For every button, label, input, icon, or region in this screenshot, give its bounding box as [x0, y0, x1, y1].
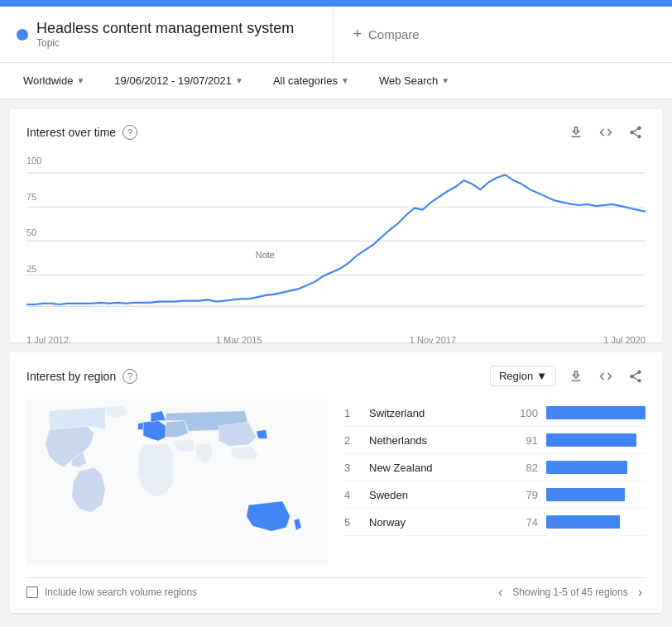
card-title-region: Interest by region ?	[26, 369, 137, 384]
pagination: ‹ Showing 1-5 of 45 regions ›	[495, 585, 646, 600]
region-name-3: New Zealand	[369, 462, 505, 474]
card-header-time: Interest over time ?	[26, 122, 646, 142]
blue-dot	[17, 29, 28, 41]
date-range-filter[interactable]: 19/06/2012 - 19/07/2021 ▼	[108, 71, 250, 90]
location-arrow-icon: ▼	[76, 76, 84, 85]
compare-label: Compare	[368, 27, 420, 41]
region-item-1: 1 Switzerland 100	[344, 400, 646, 427]
compare-plus-icon: +	[353, 26, 362, 43]
x-label-2012: 1 Jul 2012	[26, 335, 69, 345]
categories-arrow-icon: ▼	[341, 76, 349, 85]
low-volume-label: Include low search volume regions	[45, 586, 197, 598]
region-bar-1	[546, 406, 646, 419]
date-range-label: 19/06/2012 - 19/07/2021	[114, 74, 232, 87]
region-filter-arrow-icon: ▼	[536, 370, 547, 382]
region-bar-container-5	[546, 515, 646, 529]
pagination-prev-icon[interactable]: ‹	[495, 585, 506, 600]
top-bar	[0, 0, 672, 7]
location-label: Worldwide	[23, 74, 73, 87]
card-actions-time	[566, 122, 646, 142]
region-name-5: Norway	[369, 516, 505, 529]
region-bar-container-3	[546, 461, 646, 474]
search-type-arrow-icon: ▼	[441, 76, 449, 85]
region-bar-5	[546, 515, 620, 529]
include-low-volume[interactable]: Include low search volume regions	[26, 586, 197, 598]
search-term-title: Headless content management system	[36, 20, 294, 37]
note-label: Note	[256, 250, 275, 260]
region-item-5: 5 Norway 74	[344, 509, 646, 536]
region-bar-container-2	[546, 433, 646, 447]
region-item-2: 2 Netherlands 91	[344, 427, 646, 454]
search-type-filter[interactable]: Web Search ▼	[372, 71, 456, 90]
download-icon-time[interactable]	[566, 122, 586, 142]
location-filter[interactable]: Worldwide ▼	[17, 71, 91, 90]
region-bar-4	[546, 488, 625, 501]
low-volume-checkbox[interactable]	[26, 586, 38, 598]
card-title-time: Interest over time ?	[26, 125, 137, 140]
categories-label: All categories	[273, 74, 338, 87]
region-value-2: 91	[513, 434, 538, 447]
help-icon-time[interactable]: ?	[122, 125, 137, 140]
region-rank-3: 3	[344, 462, 361, 474]
x-axis-labels: 1 Jul 2012 1 Mar 2015 1 Nov 2017 1 Jul 2…	[26, 332, 646, 345]
chart-area: 100 75 50 25 0 Note 1 J	[26, 156, 646, 329]
region-value-4: 79	[513, 489, 538, 501]
search-term-subtitle: Topic	[36, 37, 294, 49]
card-actions-region: Region ▼	[490, 366, 646, 386]
search-type-label: Web Search	[379, 74, 438, 87]
search-term-box: Headless content management system Topic	[0, 7, 334, 62]
region-item-3: 3 New Zealand 82	[344, 454, 646, 481]
region-value-1: 100	[513, 407, 538, 419]
x-label-2017: 1 Nov 2017	[410, 335, 456, 345]
pagination-next-icon[interactable]: ›	[635, 585, 646, 600]
help-icon-region[interactable]: ?	[122, 369, 137, 384]
date-range-arrow-icon: ▼	[235, 76, 243, 85]
search-term-section: Headless content management system Topic…	[0, 7, 672, 63]
region-name-2: Netherlands	[369, 434, 505, 447]
download-icon-region[interactable]	[566, 366, 586, 386]
region-rank-5: 5	[344, 516, 361, 529]
region-content: 1 Switzerland 100 2 Netherlands 91 3 New…	[26, 400, 646, 567]
share-icon-time[interactable]	[626, 122, 646, 142]
region-item-4: 4 Sweden 79	[344, 481, 646, 509]
region-bar-container-1	[546, 406, 646, 419]
embed-icon-region[interactable]	[596, 366, 616, 386]
region-name-4: Sweden	[369, 489, 505, 501]
region-value-5: 74	[513, 516, 538, 529]
region-rank-1: 1	[344, 407, 361, 419]
search-term-info: Headless content management system Topic	[36, 20, 294, 49]
card-footer-region: Include low search volume regions ‹ Show…	[26, 577, 646, 600]
interest-by-region-card: Interest by region ? Region ▼	[10, 352, 662, 613]
share-icon-region[interactable]	[626, 366, 646, 386]
interest-by-region-title: Interest by region	[26, 370, 116, 383]
region-filter-button[interactable]: Region ▼	[490, 366, 556, 386]
region-bar-container-4	[546, 488, 646, 501]
chart-container: Note 1 Jul 2012 1 Mar 2015 1 Nov 2017 1 …	[26, 164, 646, 329]
card-header-region: Interest by region ? Region ▼	[26, 366, 646, 386]
categories-filter[interactable]: All categories ▼	[266, 71, 356, 90]
region-list: 1 Switzerland 100 2 Netherlands 91 3 New…	[344, 400, 646, 536]
interest-over-time-title: Interest over time	[26, 126, 116, 139]
region-value-3: 82	[513, 462, 538, 474]
region-name-1: Switzerland	[369, 407, 505, 419]
compare-box[interactable]: + Compare	[334, 12, 673, 56]
x-label-2015: 1 Mar 2015	[216, 335, 262, 345]
map-area	[26, 400, 328, 567]
region-rank-2: 2	[344, 434, 361, 447]
region-bar-3	[546, 461, 627, 474]
region-rank-4: 4	[344, 489, 361, 501]
region-bar-2	[546, 433, 636, 447]
x-label-2020: 1 Jul 2020	[603, 335, 646, 345]
filters-bar: Worldwide ▼ 19/06/2012 - 19/07/2021 ▼ Al…	[0, 63, 672, 99]
pagination-text: Showing 1-5 of 45 regions	[512, 586, 627, 598]
embed-icon-time[interactable]	[596, 122, 616, 142]
region-filter-label: Region	[499, 370, 533, 382]
interest-over-time-card: Interest over time ? 100 75 50 25 0	[10, 109, 662, 342]
